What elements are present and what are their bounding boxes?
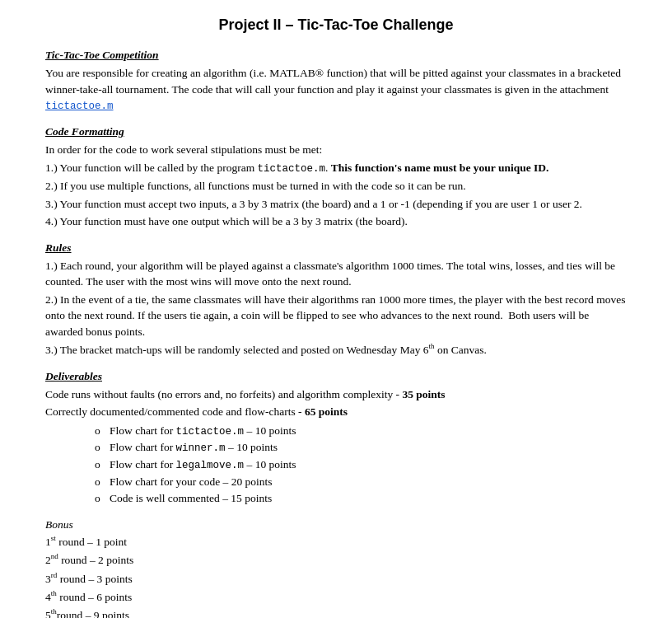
bullet-code-3: legalmove.m <box>176 460 245 471</box>
competition-heading: Tic-Tac-Toe Competition <box>45 49 627 62</box>
rules-item-1: 1.) Each round, your algorithm will be p… <box>45 258 627 290</box>
formatting-intro: In order for the code to work several st… <box>45 142 627 158</box>
bullet-code-1: tictactoe.m <box>176 426 245 438</box>
bonus-heading: Bonus <box>45 518 627 531</box>
bullet-item-1: Flow chart for tictactoe.m – 10 points <box>95 423 627 440</box>
bonus-item-5: 5thround – 9 points <box>45 606 627 618</box>
bullet-code-2: winner.m <box>176 442 226 454</box>
deliverables-body: Code runs without faults (no errors and,… <box>45 386 627 508</box>
bullet-item-2: Flow chart for winner.m – 10 points <box>95 439 627 456</box>
formatting-bold-1: This function's name must be your unique… <box>331 162 549 174</box>
formatting-section: Code Formatting In order for the code to… <box>45 125 627 229</box>
bullet-item-4: Flow chart for your code – 20 points <box>95 474 627 490</box>
rules-section: Rules 1.) Each round, your algorithm wil… <box>45 241 627 358</box>
page-title: Project II – Tic-Tac-Toe Challenge <box>45 16 627 34</box>
bonus-item-3: 3rd round – 3 points <box>45 570 627 587</box>
rules-item-3: 3.) The bracket match-ups will be random… <box>45 341 627 358</box>
competition-section: Tic-Tac-Toe Competition You are responsi… <box>45 49 627 114</box>
deliverables-points-2: 65 points <box>305 405 348 418</box>
bullet-item-3: Flow chart for legalmove.m – 10 points <box>95 456 627 474</box>
rules-body: 1.) Each round, your algorithm will be p… <box>45 258 627 358</box>
formatting-item-1: 1.) Your function will be called by the … <box>45 160 627 176</box>
bonus-body: 1st round – 1 point 2nd round – 2 points… <box>45 533 627 618</box>
deliverables-bullet-list: Flow chart for tictactoe.m – 10 points F… <box>95 423 627 508</box>
formatting-code-1: tictactoe.m <box>258 163 326 175</box>
deliverables-line2: Correctly documented/commented code and … <box>45 404 627 420</box>
formatting-item-4: 4.) Your function must have one output w… <box>45 213 627 230</box>
rules-item-2: 2.) In the event of a tie, the same clas… <box>45 292 627 340</box>
formatting-item-2: 2.) If you use multiple functions, all f… <box>45 178 627 194</box>
competition-text: You are responsible for creating an algo… <box>45 67 621 96</box>
bullet-item-5: Code is well commented – 15 points <box>95 490 627 507</box>
formatting-heading: Code Formatting <box>45 125 627 138</box>
bonus-item-1: 1st round – 1 point <box>45 533 627 550</box>
deliverables-points-1: 35 points <box>402 388 445 400</box>
deliverables-heading: Deliverables <box>45 370 627 383</box>
deliverables-section: Deliverables Code runs without faults (n… <box>45 370 627 508</box>
bonus-item-4: 4th round – 6 points <box>45 588 627 605</box>
rules-heading: Rules <box>45 241 627 255</box>
deliverables-line1: Code runs without faults (no errors and,… <box>45 386 627 403</box>
competition-body: You are responsible for creating an algo… <box>45 65 627 114</box>
bonus-section: Bonus 1st round – 1 point 2nd round – 2 … <box>45 518 627 618</box>
competition-attachment: tictactoe.m <box>45 101 114 112</box>
formatting-body: In order for the code to work several st… <box>45 142 627 229</box>
bonus-item-2: 2nd round – 2 points <box>45 551 627 568</box>
formatting-item-3: 3.) Your function must accept two inputs… <box>45 196 627 213</box>
